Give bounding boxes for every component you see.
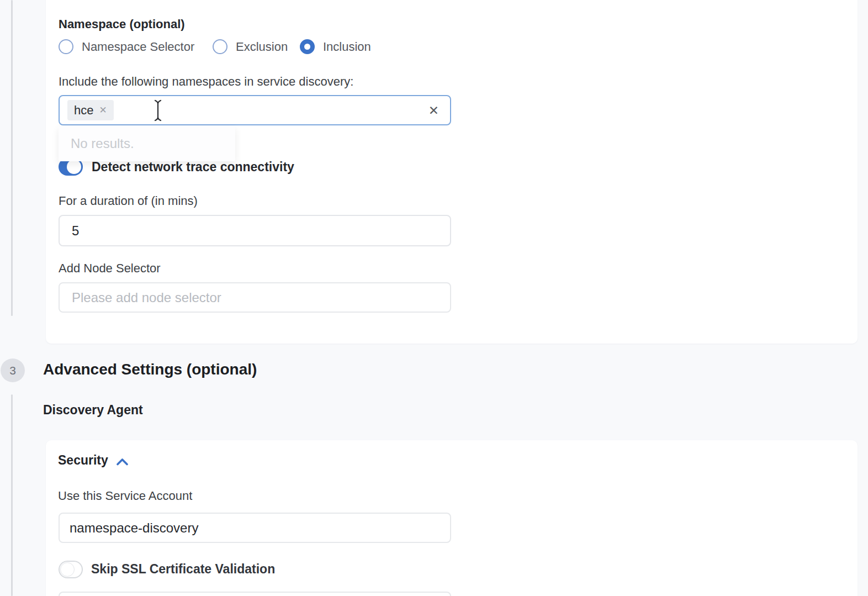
radio-label: Inclusion: [323, 40, 371, 54]
skip-ssl-toggle[interactable]: [59, 561, 83, 578]
namespace-chip: hce ✕: [67, 100, 114, 120]
chip-text: hce: [74, 103, 93, 118]
toggle-knob: [60, 562, 75, 577]
network-trace-toggle-label: Detect network trace connectivity: [92, 160, 294, 175]
discovery-settings-page: Namespace (optional) Namespace Selector …: [0, 0, 868, 596]
duration-input[interactable]: [59, 215, 451, 246]
duration-label: For a duration of (in mins): [59, 194, 198, 208]
service-account-input[interactable]: [59, 513, 451, 543]
discovery-agent-subheading: Discovery Agent: [43, 403, 143, 418]
stepper-line: [11, 394, 13, 596]
namespace-heading: Namespace (optional): [59, 17, 185, 31]
advanced-settings-title: Advanced Settings (optional): [43, 361, 257, 378]
partial-input-below[interactable]: [59, 592, 451, 596]
radio-unselected-icon: [213, 39, 227, 54]
skip-ssl-toggle-label: Skip SSL Certificate Validation: [91, 562, 275, 577]
namespaces-tag-input[interactable]: hce ✕ ✕: [59, 95, 451, 125]
radio-unselected-icon: [59, 39, 73, 54]
radio-namespace-selector[interactable]: Namespace Selector: [59, 39, 194, 54]
radio-exclusion[interactable]: Exclusion: [213, 39, 288, 54]
radio-inclusion[interactable]: Inclusion: [300, 39, 371, 54]
radio-selected-icon: [300, 39, 315, 54]
chevron-up-icon: [116, 458, 129, 466]
radio-label: Namespace Selector: [82, 40, 194, 54]
node-selector-label: Add Node Selector: [59, 261, 161, 276]
node-selector-input[interactable]: [59, 282, 451, 313]
toggle-knob: [67, 160, 81, 174]
chip-remove-icon[interactable]: ✕: [99, 106, 107, 115]
namespaces-suggestion-dropdown: No results.: [59, 126, 235, 161]
security-section-header[interactable]: Security: [58, 453, 129, 468]
stepper-line: [11, 0, 13, 316]
service-account-label: Use this Service Account: [58, 489, 192, 503]
clear-input-icon[interactable]: ✕: [428, 103, 439, 118]
radio-label: Exclusion: [236, 40, 288, 54]
step-3-badge: 3: [1, 358, 25, 382]
i-beam-cursor-icon: [153, 99, 163, 122]
no-results-text: No results.: [71, 136, 134, 151]
include-namespaces-label: Include the following namespaces in serv…: [59, 75, 353, 89]
security-title: Security: [58, 453, 108, 468]
